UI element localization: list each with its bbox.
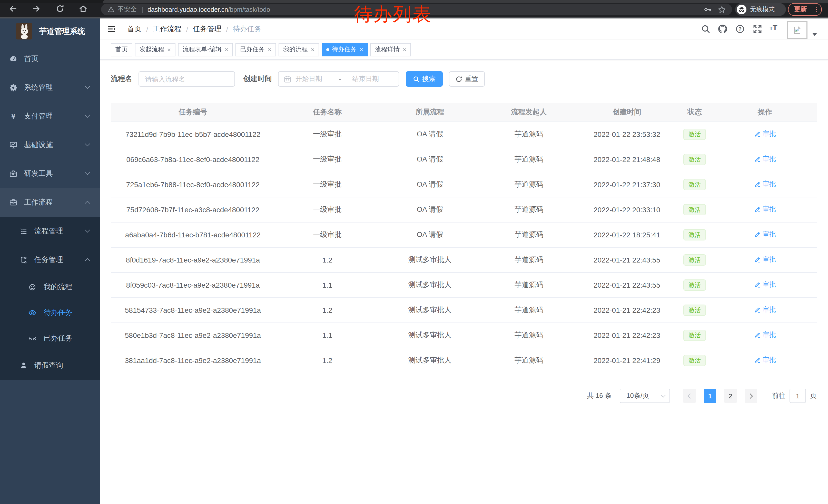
search-button[interactable]: 搜索 <box>406 71 443 87</box>
security-label[interactable]: 不安全 <box>118 5 137 14</box>
chevron-down-icon <box>661 393 666 397</box>
task-table: 任务编号 任务名称 所属流程 流程发起人 创建时间 状态 操作 73211d9d… <box>111 103 817 373</box>
table-row: 8f059c03-7ac8-11ec-a9e2-a2380e71991a1.1测… <box>111 272 817 297</box>
screen: 不安全 dashboard.yudao.iocoder.cn/bpm/task/… <box>0 0 828 504</box>
sidebar-item-payment[interactable]: ¥ 支付管理 <box>0 102 100 131</box>
process-name-label: 流程名 <box>111 74 132 84</box>
close-icon[interactable]: × <box>225 46 228 53</box>
tab-home[interactable]: 首页 <box>111 43 132 56</box>
table-row: 069c6a63-7b8a-11ec-8ef0-acde48001122一级审批… <box>111 147 817 172</box>
status-badge: 激活 <box>683 279 706 290</box>
col-status: 状态 <box>676 103 713 122</box>
table-row: 725a1eb6-7b88-11ec-8ef0-acde48001122一级审批… <box>111 172 817 197</box>
browser-reload-icon[interactable] <box>55 4 65 13</box>
range-separator: - <box>337 75 343 83</box>
avatar-caret-icon[interactable] <box>812 33 817 36</box>
close-icon[interactable]: × <box>167 46 171 53</box>
incognito-label: 无痕模式 <box>750 5 775 14</box>
breadcrumb-home[interactable]: 首页 <box>127 25 141 34</box>
sidebar-item-my-process[interactable]: 我的流程 <box>0 274 100 300</box>
chevron-right-icon <box>748 393 753 398</box>
breadcrumb-current: 待办任务 <box>233 25 261 34</box>
sidebar-item-task-mgmt[interactable]: 任务管理 <box>0 245 100 274</box>
help-icon[interactable]: ? <box>735 24 745 34</box>
annotation-overlay-text: 待办列表 <box>354 2 432 27</box>
table-row: a6aba0a4-7b6d-11ec-b781-acde48001122一级审批… <box>111 222 817 247</box>
active-dot-icon <box>326 48 329 51</box>
tab-process-detail[interactable]: 流程详情× <box>370 43 411 56</box>
close-icon[interactable]: × <box>311 46 315 53</box>
yen-icon: ¥ <box>9 112 17 121</box>
page-url[interactable]: dashboard.yudao.iocoder.cn/bpm/task/todo <box>148 6 270 13</box>
browser-menu-icon[interactable] <box>816 7 817 12</box>
date-range-picker[interactable]: 开始日期 - 结束日期 <box>278 71 399 87</box>
start-date-placeholder[interactable]: 开始日期 <box>291 74 337 84</box>
security-warning-icon[interactable] <box>108 6 114 13</box>
breadcrumb-workflow[interactable]: 工作流程 <box>153 25 181 34</box>
fullscreen-icon[interactable] <box>753 24 762 34</box>
sidebar-item-todo-tasks[interactable]: 待办任务 <box>0 300 100 326</box>
chevron-down-icon <box>85 141 90 146</box>
table-row: 73211d9d-7b9b-11ec-b5b7-acde48001122一级审批… <box>111 122 817 147</box>
chevron-left-icon <box>688 393 693 398</box>
sidebar-collapse-icon[interactable] <box>107 24 117 34</box>
approve-link[interactable]: 审批 <box>754 130 776 139</box>
approve-link[interactable]: 审批 <box>754 205 776 214</box>
approve-link[interactable]: 审批 <box>754 255 776 264</box>
browser-forward-icon[interactable] <box>32 4 41 13</box>
approve-link[interactable]: 审批 <box>754 154 776 164</box>
main-content: 首页 / 工作流程 / 任务管理 / 待办任务 ? TT <box>100 18 828 504</box>
browser-back-icon[interactable] <box>8 4 17 13</box>
tab-form-edit[interactable]: 流程表单-编辑× <box>178 43 233 56</box>
page-button-1[interactable]: 1 <box>704 388 716 403</box>
tab-start-process[interactable]: 发起流程× <box>135 43 175 56</box>
approve-link[interactable]: 审批 <box>754 330 776 340</box>
sidebar-item-home[interactable]: 首页 <box>0 45 100 73</box>
prev-page-button[interactable] <box>683 388 696 403</box>
page-size-select[interactable]: 10条/页 <box>620 388 670 403</box>
browser-home-icon[interactable] <box>79 4 88 13</box>
sidebar-item-system[interactable]: 系统管理 <box>0 73 100 102</box>
col-task-name: 任务名称 <box>275 103 380 122</box>
tab-todo-tasks[interactable]: 待办任务× <box>322 43 368 56</box>
approve-link[interactable]: 审批 <box>754 356 776 365</box>
close-icon[interactable]: × <box>360 46 363 53</box>
sidebar-item-workflow[interactable]: 工作流程 <box>0 188 100 217</box>
sidebar-item-process-mgmt[interactable]: 流程管理 <box>0 217 100 245</box>
sidebar-item-leave-query[interactable]: 请假查询 <box>0 351 100 380</box>
search-icon[interactable] <box>701 24 710 34</box>
sidebar-item-done-tasks[interactable]: 已办任务 <box>0 326 100 351</box>
approve-link[interactable]: 审批 <box>754 280 776 289</box>
app-logo[interactable]: 芋道管理系统 <box>0 18 100 44</box>
browser-update-button[interactable]: 更新 <box>788 3 822 16</box>
password-key-icon[interactable] <box>704 6 711 13</box>
close-icon[interactable]: × <box>403 46 406 53</box>
col-task-id: 任务编号 <box>111 103 275 122</box>
approve-link[interactable]: 审批 <box>754 180 776 189</box>
tab-done-tasks[interactable]: 已办任务× <box>236 43 276 56</box>
next-page-button[interactable] <box>745 388 757 403</box>
font-size-icon[interactable]: TT <box>770 23 778 32</box>
avatar[interactable] <box>787 21 808 39</box>
breadcrumb-task-mgmt[interactable]: 任务管理 <box>193 25 222 34</box>
sidebar-item-devtools[interactable]: 研发工具 <box>0 159 100 188</box>
monitor-icon <box>9 141 17 149</box>
close-icon[interactable]: × <box>268 46 272 53</box>
end-date-placeholder[interactable]: 结束日期 <box>343 74 394 84</box>
status-badge: 激活 <box>683 129 706 140</box>
tree-icon <box>19 256 28 264</box>
status-badge: 激活 <box>683 329 706 341</box>
tabs-bar: 首页 发起流程× 流程表单-编辑× 已办任务× 我的流程× 待办任务× 流程详情… <box>100 40 828 60</box>
approve-link[interactable]: 审批 <box>754 305 776 315</box>
goto-page-input[interactable] <box>790 388 806 403</box>
bookmark-star-icon[interactable] <box>718 5 726 13</box>
logo-avatar-image <box>16 23 32 40</box>
status-badge: 激活 <box>683 179 706 190</box>
github-icon[interactable] <box>718 24 728 34</box>
approve-link[interactable]: 审批 <box>754 230 776 239</box>
page-button-2[interactable]: 2 <box>724 388 737 403</box>
tab-my-process[interactable]: 我的流程× <box>279 43 319 56</box>
reset-button[interactable]: 重置 <box>449 71 485 87</box>
sidebar-item-infra[interactable]: 基础设施 <box>0 131 100 159</box>
process-name-input[interactable] <box>138 71 235 87</box>
